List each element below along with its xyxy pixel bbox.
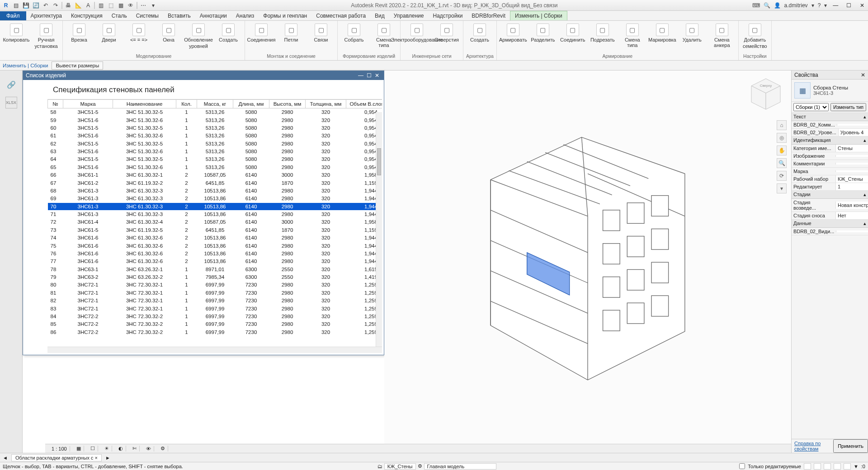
select-pinned-icon[interactable]	[824, 463, 831, 470]
property-value[interactable]: Стены	[835, 145, 868, 152]
property-value[interactable]	[837, 124, 868, 126]
property-row[interactable]: Стадия возведе...Новая конструк...	[792, 199, 868, 212]
close-button[interactable]: ✕	[856, 1, 868, 10]
panel-maximize-icon[interactable]: ☐	[365, 72, 373, 79]
select-links-icon[interactable]	[804, 463, 811, 470]
view-cube[interactable]: Сверху	[746, 75, 786, 115]
maximize-button[interactable]: ☐	[843, 1, 855, 10]
property-value[interactable]	[835, 170, 868, 172]
workset-select[interactable]: КЖ_Стены	[384, 463, 416, 470]
ribbon-tool[interactable]: ▢Отверстия	[433, 23, 460, 52]
ribbon-tool[interactable]: ▢Электрооборудование	[403, 23, 430, 52]
keyboard-icon[interactable]: ⌨	[752, 2, 760, 9]
table-row[interactable]: 623НС51-53НС 51.30.32-515313,26508029803…	[48, 140, 382, 147]
property-value[interactable]	[835, 155, 868, 157]
workset-icon[interactable]: 🗂	[377, 464, 382, 469]
nav-pan-icon[interactable]: ✋	[777, 146, 787, 155]
table-row[interactable]: 653НС51-63НС 51.30.32-615313,26508029803…	[48, 163, 382, 171]
3d-view[interactable]: Сверху ⌂ ◎ ✋ 🔍 ⟳ ▾	[384, 70, 791, 453]
ribbon-tab[interactable]: Сталь	[107, 11, 132, 20]
ribbon-tab[interactable]: Надстройки	[429, 11, 467, 20]
table-row[interactable]: 643НС51-53НС 51.30.32-515313,26508029803…	[48, 155, 382, 163]
table-row[interactable]: 613НС51-63НС 51.30.32-615313,26508029803…	[48, 132, 382, 140]
table-row[interactable]: 793НС63-23НС 63.26.32-217985,34630025503…	[48, 273, 382, 281]
ribbon-tool[interactable]: ▢Подрезать	[589, 23, 616, 52]
nav-home-icon[interactable]: ⌂	[777, 120, 787, 130]
tab-nav-prev-icon[interactable]: ◄	[3, 455, 8, 461]
table-row[interactable]: 703НС61-33НС 61.30.32-3210513,8661402980…	[48, 202, 382, 210]
ribbon-tool[interactable]: ▢Смена типа	[619, 23, 646, 52]
qat-save-icon[interactable]: 💾	[22, 1, 30, 9]
ribbon-tool[interactable]: ▢Создать	[215, 23, 242, 52]
table-row[interactable]: 823НС72-13НС 72.30.32-116997,99723029803…	[48, 297, 382, 305]
drag-icon[interactable]	[844, 463, 851, 470]
property-group-header[interactable]: Данные▴	[792, 220, 868, 228]
property-group-header[interactable]: Идентификация▴	[792, 136, 868, 145]
table-row[interactable]: 833НС72-13НС 72.30.32-116997,99723029803…	[48, 305, 382, 312]
ribbon-tool[interactable]: ▢Двери	[95, 23, 123, 52]
column-header[interactable]: Масса, кг	[197, 100, 233, 108]
ribbon-tool[interactable]: ▢<= = =>	[125, 23, 152, 52]
filter-icon[interactable]: ▼	[854, 464, 859, 469]
type-selector[interactable]: ▦ Сборка Стены 3НС61-3	[792, 80, 868, 102]
table-row[interactable]: 633НС51-63НС 51.30.32-615313,26508029803…	[48, 147, 382, 155]
viewport[interactable]: Список изделий — ☐ ✕ Спецификация стенов…	[23, 70, 791, 453]
ribbon-tool[interactable]: ▢Маркировка	[649, 23, 676, 52]
ribbon-tool[interactable]: ▢Врезка	[66, 23, 93, 52]
edit-type-button[interactable]: Изменить тип	[830, 103, 866, 111]
user-drop-icon[interactable]: ▾	[811, 2, 814, 9]
column-header[interactable]: Наименование	[113, 100, 176, 108]
ribbon-tool[interactable]: ▢Соединения	[248, 23, 275, 52]
property-row[interactable]: Изображение	[792, 152, 868, 160]
ribbon-tool[interactable]: ▢Армировать	[500, 23, 527, 52]
file-tab[interactable]: Файл	[0, 11, 26, 20]
schedule-scrollbar[interactable]	[376, 112, 382, 347]
help-drop-icon[interactable]: ▾	[824, 2, 827, 9]
property-group-header[interactable]: Текст▴	[792, 113, 868, 121]
help-icon[interactable]: ?	[818, 2, 821, 9]
ribbon-tab[interactable]: Совместная работа	[311, 11, 370, 20]
qat-measure-icon[interactable]: 📐	[74, 1, 82, 9]
options-dimensions-button[interactable]: Вывести размеры	[52, 61, 103, 70]
scrollbar-thumb[interactable]	[377, 148, 381, 175]
qat-more-icon[interactable]: ⋯	[139, 1, 147, 9]
property-row[interactable]: Редактирует1	[792, 183, 868, 191]
table-row[interactable]: 603НС51-53НС 51.30.32-515313,26508029803…	[48, 124, 382, 132]
property-row[interactable]: Стадия сносаНет	[792, 212, 868, 220]
property-value[interactable]	[836, 230, 868, 232]
table-row[interactable]: 693НС61-33НС 61.30.32-3210513,8661402980…	[48, 195, 382, 202]
qat-section-icon[interactable]: ▥	[97, 1, 105, 9]
column-header[interactable]: Высота, мм	[269, 100, 306, 108]
table-row[interactable]: 683НС61-33НС 61.30.32-3210513,8661402980…	[48, 187, 382, 194]
ribbon-tab[interactable]: Вставить	[163, 11, 195, 20]
ribbon-tool[interactable]: ▢Ручнаяустановка	[33, 23, 60, 58]
qat-plan-icon[interactable]: ▦	[117, 1, 125, 9]
property-row[interactable]: BDRB_02_Урове...Уровень 4	[792, 129, 868, 136]
property-value[interactable]: Уровень 4	[838, 129, 868, 136]
table-row[interactable]: 803НС72-13НС 72.30.32-116997,99723029803…	[48, 281, 382, 289]
table-row[interactable]: 713НС61-33НС 61.30.32-3210513,8661402980…	[48, 210, 382, 218]
property-value[interactable]	[835, 163, 868, 164]
link-tool-icon[interactable]: 🔗	[5, 79, 17, 90]
column-header[interactable]: №	[48, 100, 63, 108]
model-select[interactable]: Главная модель	[424, 463, 496, 470]
apply-button[interactable]: Применить	[833, 439, 868, 453]
ribbon-tab[interactable]: Архитектура	[26, 11, 67, 20]
qat-view-icon[interactable]: 👁	[127, 1, 135, 9]
user-name[interactable]: a.dmitriev	[784, 2, 808, 9]
properties-close-icon[interactable]: ✕	[861, 72, 865, 78]
ribbon-tab[interactable]: Управление	[389, 11, 429, 20]
property-value[interactable]: КЖ_Стены	[835, 175, 868, 183]
ribbon-tool[interactable]: ▢Петли	[278, 23, 305, 52]
property-group-header[interactable]: Стадии▴	[792, 191, 868, 199]
ribbon-tool[interactable]: ▢Копировать	[3, 23, 30, 58]
crop-icon[interactable]: ✄	[130, 446, 140, 451]
property-row[interactable]: Рабочий наборКЖ_Стены	[792, 175, 868, 183]
property-row[interactable]: BDRB_02_Комм...	[792, 121, 868, 129]
ribbon-tab[interactable]: BDRBforRevit	[467, 11, 510, 20]
view-tab[interactable]: Области раскладки арматурных с ×	[11, 454, 102, 461]
table-row[interactable]: 673НС61-23НС 61.19.32-226451,85614018703…	[48, 179, 382, 187]
qat-redo-icon[interactable]: ↷	[52, 1, 60, 9]
select-underlay-icon[interactable]	[814, 463, 821, 470]
sun-path-icon[interactable]: ☀	[102, 446, 112, 451]
